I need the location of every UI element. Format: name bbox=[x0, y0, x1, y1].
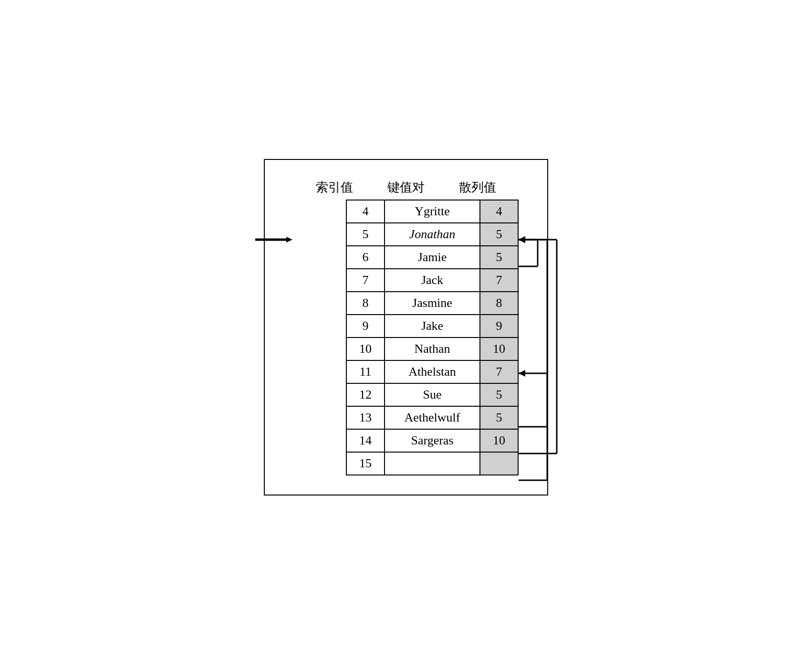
table-wrapper: 4Ygritte45Jonathan56Jamie57Jack78Jasmine… bbox=[293, 200, 519, 475]
cell-index: 14 bbox=[346, 429, 385, 452]
cell-hash: 9 bbox=[480, 315, 518, 338]
table-row: 11Athelstan7 bbox=[346, 360, 518, 383]
cell-index: 4 bbox=[346, 200, 385, 223]
cell-key: Jonathan bbox=[385, 223, 480, 246]
cell-index: 13 bbox=[346, 406, 385, 429]
arrow-svg-right bbox=[519, 200, 519, 200]
table-row: 9Jake9 bbox=[346, 315, 518, 338]
key-header: 键值对 bbox=[358, 179, 454, 196]
data-table: 4Ygritte45Jonathan56Jamie57Jack78Jasmine… bbox=[346, 200, 519, 475]
cell-index: 15 bbox=[346, 452, 385, 475]
cell-index: 7 bbox=[346, 269, 385, 292]
cell-key: Jack bbox=[385, 269, 480, 292]
cell-key: Ygritte bbox=[385, 200, 480, 223]
svg-marker-11 bbox=[519, 236, 525, 243]
cell-index: 10 bbox=[346, 338, 385, 360]
cell-key: Sargeras bbox=[385, 429, 480, 452]
cell-hash bbox=[480, 452, 518, 475]
svg-marker-3 bbox=[519, 236, 525, 243]
cell-key: Jake bbox=[385, 315, 480, 338]
table-row: 15 bbox=[346, 452, 518, 475]
cell-hash: 10 bbox=[480, 429, 518, 452]
table-row: 4Ygritte4 bbox=[346, 200, 518, 223]
cell-key bbox=[385, 452, 480, 475]
table-row: 14Sargeras10 bbox=[346, 429, 518, 452]
cell-hash: 7 bbox=[480, 269, 518, 292]
index-header: 索引值 bbox=[311, 179, 358, 196]
hash-table: 4Ygritte45Jonathan56Jamie57Jack78Jasmine… bbox=[346, 200, 519, 475]
table-row: 8Jasmine8 bbox=[346, 292, 518, 315]
cell-index: 9 bbox=[346, 315, 385, 338]
cell-hash: 5 bbox=[480, 223, 518, 246]
table-row: 7Jack7 bbox=[346, 269, 518, 292]
cell-index: 12 bbox=[346, 383, 385, 406]
outer-container: 索引值 键值对 散列值 4Ygritte45Jonathan56Jamie57J… bbox=[264, 159, 548, 496]
hash-header: 散列值 bbox=[454, 179, 501, 196]
cell-key: Sue bbox=[385, 383, 480, 406]
svg-marker-19 bbox=[519, 370, 525, 377]
header-row: 索引值 键值对 散列值 bbox=[293, 179, 519, 196]
cell-index: 11 bbox=[346, 360, 385, 383]
cell-hash: 10 bbox=[480, 338, 518, 360]
cell-index: 8 bbox=[346, 292, 385, 315]
cell-index: 5 bbox=[346, 223, 385, 246]
cell-key: Athelstan bbox=[385, 360, 480, 383]
svg-marker-1 bbox=[286, 237, 292, 243]
cell-hash: 8 bbox=[480, 292, 518, 315]
cell-hash: 5 bbox=[480, 406, 518, 429]
cell-key: Jamie bbox=[385, 246, 480, 269]
svg-marker-15 bbox=[519, 236, 525, 243]
cell-key: Jasmine bbox=[385, 292, 480, 315]
cell-key: Nathan bbox=[385, 338, 480, 360]
table-row: 13Aethelwulf5 bbox=[346, 406, 518, 429]
cell-hash: 5 bbox=[480, 383, 518, 406]
cell-hash: 4 bbox=[480, 200, 518, 223]
table-row: 5Jonathan5 bbox=[346, 223, 518, 246]
table-row: 6Jamie5 bbox=[346, 246, 518, 269]
table-row: 10Nathan10 bbox=[346, 338, 518, 360]
cell-index: 6 bbox=[346, 246, 385, 269]
cell-hash: 7 bbox=[480, 360, 518, 383]
table-row: 12Sue5 bbox=[346, 383, 518, 406]
cell-key: Aethelwulf bbox=[385, 406, 480, 429]
cell-hash: 5 bbox=[480, 246, 518, 269]
svg-marker-7 bbox=[519, 236, 525, 243]
arrow-svg-left bbox=[284, 200, 284, 200]
